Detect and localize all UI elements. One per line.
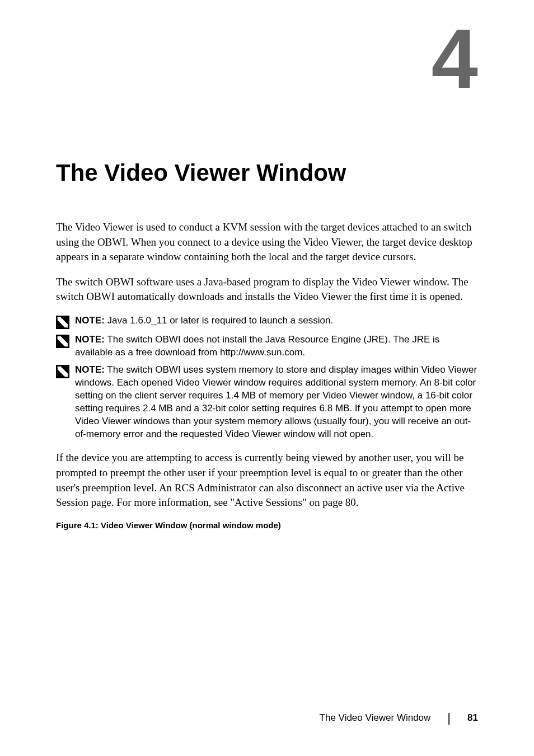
note-label: NOTE:	[75, 334, 105, 345]
footer-page-number: 81	[467, 712, 478, 724]
note-icon	[56, 365, 69, 378]
note-block-1: NOTE: Java 1.6.0_11 or later is required…	[56, 314, 478, 329]
chapter-number: 4	[432, 17, 478, 101]
note-label: NOTE:	[75, 364, 105, 375]
note-icon	[56, 335, 69, 348]
note-text-1: NOTE: Java 1.6.0_11 or later is required…	[75, 314, 478, 327]
footer-title: The Video Viewer Window	[320, 712, 431, 724]
note-block-2: NOTE: The switch OBWI does not install t…	[56, 334, 478, 359]
note-text-2: NOTE: The switch OBWI does not install t…	[75, 334, 478, 359]
note-block-3: NOTE: The switch OBWI uses system memory…	[56, 364, 478, 441]
page-title: The Video Viewer Window	[56, 159, 478, 186]
footer-separator: |	[447, 711, 451, 725]
note-icon	[56, 316, 69, 329]
note-content: The switch OBWI uses system memory to st…	[75, 364, 477, 439]
note-content: The switch OBWI does not install the Jav…	[75, 334, 439, 358]
note-label: NOTE:	[75, 315, 105, 326]
note-content: Java 1.6.0_11 or later is required to la…	[105, 315, 333, 326]
body-paragraph-2: The switch OBWI software uses a Java-bas…	[56, 275, 478, 304]
body-paragraph-1: The Video Viewer is used to conduct a KV…	[56, 220, 478, 265]
body-paragraph-3: If the device you are attempting to acce…	[56, 450, 478, 510]
page-footer: The Video Viewer Window | 81	[320, 711, 478, 725]
figure-caption: Figure 4.1: Video Viewer Window (normal …	[56, 520, 478, 530]
note-text-3: NOTE: The switch OBWI uses system memory…	[75, 364, 478, 441]
